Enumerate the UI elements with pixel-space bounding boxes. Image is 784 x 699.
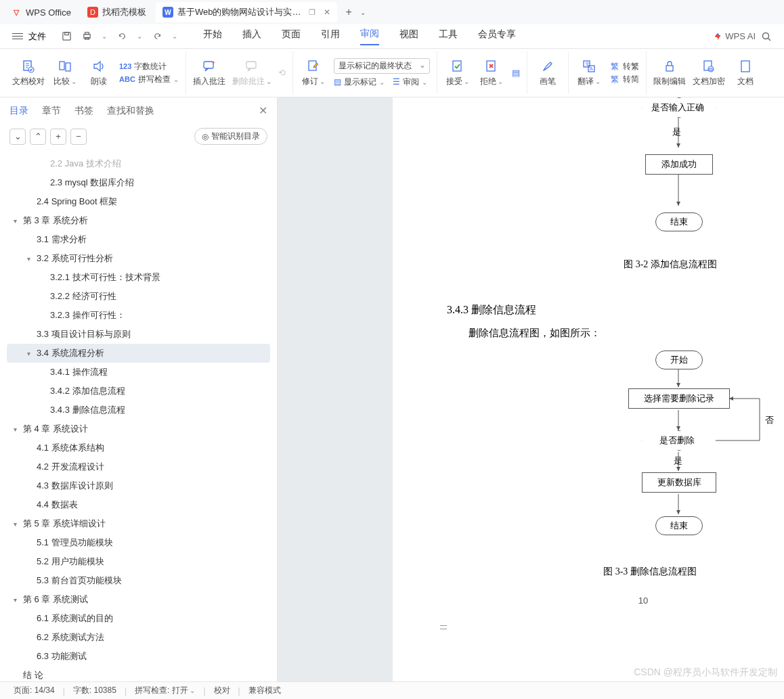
print-dropdown-icon[interactable]: ⌄ (102, 32, 107, 40)
toc-item[interactable]: 5.3 前台首页功能模块 (7, 571, 270, 590)
menu-tab-member[interactable]: 会员专享 (478, 28, 516, 45)
toc-item[interactable]: ▾第 5 章 系统详细设计 (7, 514, 270, 533)
toc-collapse-button[interactable]: ⌄ (9, 129, 26, 145)
file-menu[interactable]: 文件 (28, 30, 46, 43)
sidebar-tab-chapter[interactable]: 章节 (42, 105, 61, 117)
sidebar-tab-find[interactable]: 查找和替换 (107, 105, 154, 117)
to-simplified-button[interactable]: 繁转简 (609, 74, 639, 85)
status-wordcount[interactable]: 字数: 10385 (69, 685, 121, 696)
qat-more-icon[interactable]: ⌄ (172, 32, 177, 40)
hamburger-icon[interactable] (12, 33, 23, 39)
status-compat[interactable]: 兼容模式 (244, 685, 285, 696)
undo-dropdown-icon[interactable]: ⌄ (137, 32, 142, 40)
compare-button[interactable]: 比较 (51, 59, 79, 87)
toc-item[interactable]: 5.2 用户功能模块 (7, 552, 270, 571)
svg-text:A: A (590, 66, 593, 71)
toc-item[interactable]: 3.2.3 操作可行性： (7, 306, 270, 325)
track-display-select[interactable]: 显示标记的最终状态 (334, 58, 430, 74)
toc-add-button[interactable]: + (50, 129, 66, 145)
toc-list[interactable]: 2.2 Java 技术介绍2.3 mysql 数据库介绍2.4 Spring B… (0, 150, 277, 681)
reject-button[interactable]: 拒绝 (478, 59, 505, 87)
revise-button[interactable]: 修订 (300, 59, 327, 87)
sidebar-tab-bookmark[interactable]: 书签 (74, 105, 93, 117)
read-aloud-button[interactable]: 朗读 (85, 59, 112, 87)
status-spellcheck[interactable]: 拼写检查: 打开 (131, 685, 199, 696)
review-pane-button[interactable]: ☰审阅 (393, 76, 427, 88)
menu-tab-review[interactable]: 审阅 (360, 28, 379, 45)
status-page[interactable]: 页面: 14/34 (9, 685, 59, 696)
toc-item[interactable]: 3.2.1 技术可行性：技术背景 (7, 268, 270, 287)
toc-item-label: 第 4 章 系统设计 (23, 423, 88, 435)
toc-item[interactable]: 3.3 项目设计目标与原则 (7, 325, 270, 344)
toc-item-label: 3.2 系统可行性分析 (37, 252, 113, 265)
tab-list-dropdown[interactable]: ⌄ (357, 9, 368, 16)
toc-expand-button[interactable]: ⌃ (30, 129, 46, 145)
toc-item[interactable]: ▾3.2 系统可行性分析 (7, 249, 270, 268)
toc-item[interactable]: 4.1 系统体系结构 (7, 438, 270, 457)
insert-comment-button[interactable]: +插入批注 (193, 59, 225, 87)
menu-tab-start[interactable]: 开始 (203, 28, 222, 45)
wps-logo-icon: ▽ (11, 7, 22, 18)
doc-more-button[interactable]: 文档 (732, 59, 759, 87)
toc-item[interactable]: 2.2 Java 技术介绍 (7, 154, 270, 173)
toc-item[interactable]: ▾第 3 章 系统分析 (7, 211, 270, 230)
close-icon[interactable]: ✕ (259, 104, 267, 117)
save-icon[interactable] (61, 31, 72, 42)
accept-nav-icon[interactable]: ▤ (512, 68, 520, 78)
app-tab-templates[interactable]: D 找稻壳模板 (81, 2, 153, 22)
toc-item[interactable]: 3.4.3 删除信息流程 (7, 401, 270, 420)
comment-nav-icon[interactable]: ⟲ (278, 68, 286, 78)
toc-item[interactable]: 6.1 系统测试的目的 (7, 609, 270, 628)
toc-item[interactable]: 3.1 需求分析 (7, 230, 270, 249)
toc-item[interactable]: 6.2 系统测试方法 (7, 628, 270, 647)
toc-item[interactable]: 4.3 数据库设计原则 (7, 476, 270, 495)
to-traditional-button[interactable]: 繁转繁 (609, 61, 639, 72)
show-marks-button[interactable]: ▤显示标记 (334, 76, 385, 88)
menu-tab-view[interactable]: 视图 (399, 28, 418, 45)
toc-item[interactable]: 3.2.2 经济可行性 (7, 287, 270, 306)
toc-item-label: 5.2 用户功能模块 (37, 556, 104, 568)
word-count-button[interactable]: 123字数统计 (119, 61, 179, 72)
toc-remove-button[interactable]: − (70, 129, 87, 145)
menu-tab-reference[interactable]: 引用 (321, 28, 340, 45)
spell-check-button[interactable]: ABC拼写检查 (119, 74, 179, 85)
app-tab-wps[interactable]: ▽ WPS Office (4, 2, 78, 22)
pen-button[interactable]: 画笔 (534, 59, 561, 87)
smart-toc-button[interactable]: ◎智能识别目录 (194, 128, 267, 145)
translate-button[interactable]: 文A翻译 (575, 59, 603, 87)
toc-item-label: 6.2 系统测试方法 (37, 631, 104, 644)
menu-tab-insert[interactable]: 插入 (242, 28, 261, 45)
toc-item[interactable]: 4.2 开发流程设计 (7, 457, 270, 476)
toc-item[interactable]: 结 论 (7, 666, 270, 681)
toc-item[interactable]: ▾第 4 章 系统设计 (7, 420, 270, 438)
new-tab-button[interactable]: + (340, 6, 357, 18)
sidebar-tab-toc[interactable]: 目录 (9, 105, 28, 117)
toc-item[interactable]: 3.4.2 添加信息流程 (7, 382, 270, 401)
encrypt-button[interactable]: 文档加密 (693, 59, 725, 87)
toc-item[interactable]: ▾第 6 章 系统测试 (7, 590, 270, 609)
menu-tab-tools[interactable]: 工具 (439, 28, 458, 45)
navigation-sidebar: 目录 章节 书签 查找和替换 ✕ ⌄ ⌃ + − ◎智能识别目录 2.2 Jav… (0, 97, 278, 681)
restrict-edit-button[interactable]: 限制编辑 (653, 59, 686, 87)
print-icon[interactable] (81, 31, 92, 42)
menu-tab-page[interactable]: 页面 (282, 28, 301, 45)
accept-button[interactable]: 接受 (444, 59, 471, 87)
doc-check-button[interactable]: 文档校对 (12, 59, 45, 87)
toc-item[interactable]: 4.4 数据表 (7, 495, 270, 514)
status-proof[interactable]: 校对 (210, 685, 234, 696)
toc-item[interactable]: 3.4.1 操作流程 (7, 363, 270, 382)
toc-item[interactable]: 6.3 功能测试 (7, 647, 270, 666)
search-icon[interactable] (761, 31, 772, 42)
wps-ai-button[interactable]: WPS AI (713, 31, 756, 41)
redo-icon[interactable] (152, 31, 162, 42)
close-icon[interactable]: ✕ (324, 7, 330, 17)
toc-item[interactable]: 2.3 mysql 数据库介绍 (7, 173, 270, 192)
toc-item[interactable]: 2.4 Spring Boot 框架 (7, 192, 270, 211)
toc-item[interactable]: ▾3.4 系统流程分析 (7, 344, 270, 363)
toc-item-label: 4.2 开发流程设计 (37, 461, 104, 473)
document-area[interactable]: 是否输入正确 是 添加成功 结束 图 3-2 添加信息流程图 3.4.3 删除信… (278, 97, 784, 681)
undo-icon[interactable] (116, 31, 127, 42)
read-label: 朗读 (91, 76, 107, 87)
toc-item[interactable]: 5.1 管理员功能模块 (7, 533, 270, 552)
app-tab-document[interactable]: W 基于Web的购物网站设计与实… ❐ ✕ (156, 2, 338, 22)
